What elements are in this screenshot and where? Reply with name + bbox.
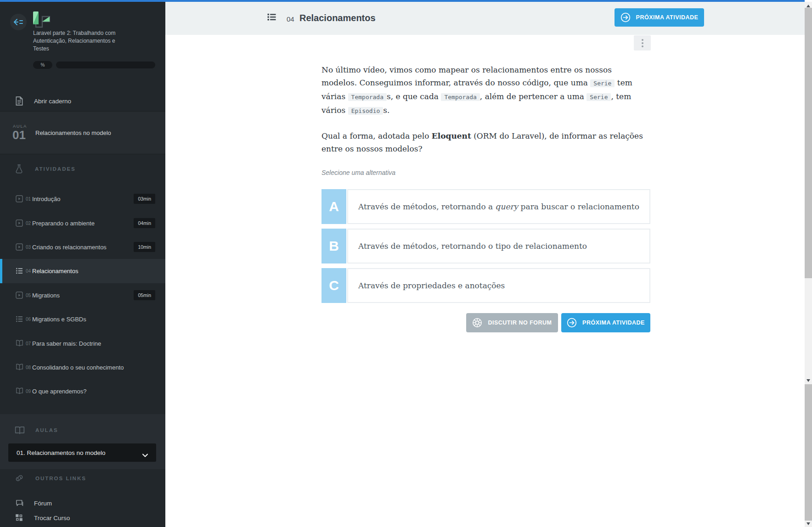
actions-row: DISCUTIR NO FORUM PRÓXIMA ATIVIDADE: [321, 313, 650, 332]
duration-badge: 05min: [134, 290, 155, 300]
scroll-up-arrow[interactable]: [806, 5, 810, 7]
options-list: A Através de métodos, retornando a query…: [321, 189, 650, 303]
next-activity-label: PRÓXIMA ATIVIDADE: [636, 14, 699, 21]
sidebar-activity-01[interactable]: 01 Introdução 03min: [0, 187, 165, 211]
collapse-arrow-icon: [13, 18, 23, 26]
aulas-section-header: AULAS: [15, 426, 58, 434]
more-options-button[interactable]: [634, 35, 651, 50]
lesson-dropdown-value: 01. Relacionamentos no modelo: [17, 449, 106, 456]
sidebar-activity-09[interactable]: 09 O que aprendemos?: [0, 379, 165, 403]
forum-wheel-icon: [472, 318, 482, 328]
progress-percent-badge: %: [33, 61, 52, 69]
duration-badge: 04min: [134, 218, 155, 228]
other-links-list: Fórum Trocar Curso: [0, 496, 165, 525]
arrow-circle-icon: [620, 12, 631, 22]
chevron-down-icon: [142, 451, 148, 454]
open-book-icon: [15, 426, 25, 434]
duration-badge: 10min: [134, 242, 155, 252]
answer-option-C[interactable]: C Através de propriedades e anotações: [321, 268, 650, 303]
aulas-header-label: AULAS: [35, 427, 58, 433]
question-paragraph: No último vídeo, vimos como mapear os re…: [321, 63, 650, 118]
quiz-icon: [16, 315, 23, 323]
scrollbar-thumb[interactable]: [805, 384, 812, 521]
option-letter: C: [321, 268, 346, 303]
notebook-icon: [16, 96, 23, 106]
open-notebook-label: Abrir caderno: [34, 98, 71, 105]
lesson-number: 01: [12, 128, 26, 142]
scroll-down-arrow[interactable]: [806, 522, 810, 525]
sidebar-activity-08[interactable]: 08 Consolidando o seu conhecimento: [0, 355, 165, 379]
activity-number: 04: [287, 15, 294, 23]
question-paragraph: Qual a forma, adotada pelo Eloquent (ORM…: [321, 129, 650, 155]
option-letter: B: [321, 229, 346, 264]
switch-course-icon: [16, 514, 23, 521]
sidebar: Laravel parte 2: Trabalhando com Autenti…: [0, 2, 165, 527]
other-links-section: OUTROS LINKS Fórum Trocar Curso: [0, 469, 165, 527]
video-icon: [16, 243, 23, 251]
select-alternative-hint: Selecione uma alternativa: [321, 169, 650, 176]
page-title: Relacionamentos: [299, 13, 376, 23]
progress-bar: [56, 62, 155, 68]
forum-icon: [16, 499, 23, 507]
sidebar-activity-05[interactable]: 05 Migrations 05min: [0, 283, 165, 307]
sidebar-activity-03[interactable]: 03 Criando os relacionamentos 10min: [0, 235, 165, 259]
reading-icon: [16, 387, 23, 395]
question-content: No último vídeo, vimos como mapear os re…: [321, 63, 650, 332]
scroll-down-arrow[interactable]: [806, 379, 810, 382]
activities-header-label: ATIVIDADES: [35, 166, 76, 172]
next-activity-button-bottom[interactable]: PRÓXIMA ATIVIDADE: [561, 313, 650, 332]
reading-icon: [16, 340, 23, 347]
next-activity-label: PRÓXIMA ATIVIDADE: [582, 320, 645, 326]
open-notebook-link[interactable]: Abrir caderno: [0, 91, 165, 111]
other-links-header-label: OUTROS LINKS: [35, 476, 86, 481]
video-icon: [16, 195, 23, 202]
vertical-scrollbar[interactable]: [805, 2, 812, 527]
activities-section-header: ATIVIDADES: [15, 163, 76, 174]
course-logo-icon: [32, 11, 51, 29]
course-title: Laravel parte 2: Trabalhando com Autenti…: [33, 29, 125, 53]
collapse-sidebar-button[interactable]: [10, 14, 27, 30]
quiz-icon: [16, 267, 23, 275]
scrollbar-thumb[interactable]: [805, 8, 812, 278]
sidebar-link-trocar-curso[interactable]: Trocar Curso: [0, 510, 165, 525]
duration-badge: 03min: [134, 194, 155, 204]
option-letter: A: [321, 189, 346, 224]
aulas-section: AULAS 01. Relacionamentos no modelo: [0, 414, 165, 469]
activity-header-bar: [165, 2, 805, 35]
lesson-dropdown[interactable]: 01. Relacionamentos no modelo: [8, 443, 156, 462]
activity-list-icon[interactable]: [267, 13, 276, 21]
activities-list: 01 Introdução 03min 02 Preparando o ambi…: [0, 187, 165, 404]
arrow-circle-icon: [567, 318, 577, 328]
lesson-title: Relacionamentos no modelo: [35, 129, 111, 136]
answer-option-A[interactable]: A Através de métodos, retornando a query…: [321, 189, 650, 224]
video-icon: [16, 292, 23, 299]
discuss-forum-button[interactable]: DISCUTIR NO FORUM: [466, 313, 558, 332]
video-icon: [16, 219, 23, 227]
sidebar-activity-04[interactable]: 04 Relacionamentos: [0, 259, 165, 283]
flask-icon: [15, 163, 23, 174]
current-lesson-banner: AULA 01 Relacionamentos no modelo: [0, 111, 165, 154]
reading-icon: [16, 364, 23, 371]
sidebar-activity-06[interactable]: 06 Migrations e SGBDs: [0, 307, 165, 331]
answer-option-B[interactable]: B Através de métodos, retornando o tipo …: [321, 229, 650, 264]
sidebar-link-fórum[interactable]: Fórum: [0, 496, 165, 510]
link-icon: [15, 474, 24, 482]
other-links-header: OUTROS LINKS: [15, 474, 86, 482]
discuss-forum-label: DISCUTIR NO FORUM: [488, 320, 552, 326]
sidebar-activity-07[interactable]: 07 Para saber mais: Doctrine: [0, 331, 165, 355]
sidebar-activity-02[interactable]: 02 Preparando o ambiente 04min: [0, 211, 165, 235]
next-activity-button-top[interactable]: PRÓXIMA ATIVIDADE: [615, 8, 704, 27]
